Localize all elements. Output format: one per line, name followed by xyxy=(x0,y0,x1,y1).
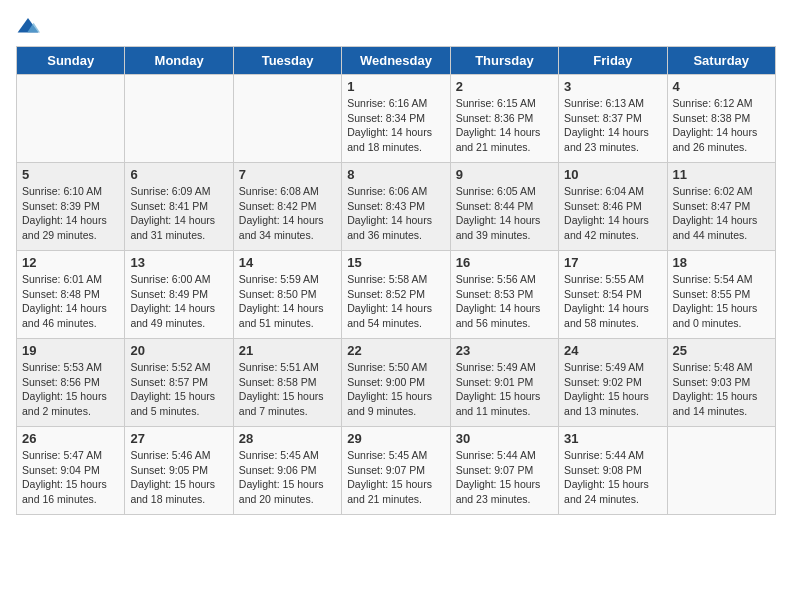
day-detail: Sunrise: 6:10 AM Sunset: 8:39 PM Dayligh… xyxy=(22,184,119,243)
day-detail: Sunrise: 6:06 AM Sunset: 8:43 PM Dayligh… xyxy=(347,184,444,243)
day-number: 23 xyxy=(456,343,553,358)
weekday-header-sunday: Sunday xyxy=(17,47,125,75)
calendar-cell: 10Sunrise: 6:04 AM Sunset: 8:46 PM Dayli… xyxy=(559,163,667,251)
day-number: 11 xyxy=(673,167,770,182)
calendar-cell: 6Sunrise: 6:09 AM Sunset: 8:41 PM Daylig… xyxy=(125,163,233,251)
calendar-cell: 1Sunrise: 6:16 AM Sunset: 8:34 PM Daylig… xyxy=(342,75,450,163)
weekday-header-friday: Friday xyxy=(559,47,667,75)
day-number: 3 xyxy=(564,79,661,94)
calendar-cell: 19Sunrise: 5:53 AM Sunset: 8:56 PM Dayli… xyxy=(17,339,125,427)
day-detail: Sunrise: 5:54 AM Sunset: 8:55 PM Dayligh… xyxy=(673,272,770,331)
day-number: 5 xyxy=(22,167,119,182)
day-detail: Sunrise: 5:48 AM Sunset: 9:03 PM Dayligh… xyxy=(673,360,770,419)
day-number: 12 xyxy=(22,255,119,270)
calendar-table: SundayMondayTuesdayWednesdayThursdayFrid… xyxy=(16,46,776,515)
calendar-cell: 5Sunrise: 6:10 AM Sunset: 8:39 PM Daylig… xyxy=(17,163,125,251)
day-number: 6 xyxy=(130,167,227,182)
weekday-header-wednesday: Wednesday xyxy=(342,47,450,75)
day-number: 27 xyxy=(130,431,227,446)
calendar-cell xyxy=(125,75,233,163)
day-number: 29 xyxy=(347,431,444,446)
day-detail: Sunrise: 5:56 AM Sunset: 8:53 PM Dayligh… xyxy=(456,272,553,331)
calendar-cell: 11Sunrise: 6:02 AM Sunset: 8:47 PM Dayli… xyxy=(667,163,775,251)
day-detail: Sunrise: 5:49 AM Sunset: 9:02 PM Dayligh… xyxy=(564,360,661,419)
calendar-cell: 18Sunrise: 5:54 AM Sunset: 8:55 PM Dayli… xyxy=(667,251,775,339)
day-number: 4 xyxy=(673,79,770,94)
page-header xyxy=(16,16,776,36)
day-detail: Sunrise: 6:09 AM Sunset: 8:41 PM Dayligh… xyxy=(130,184,227,243)
calendar-cell: 14Sunrise: 5:59 AM Sunset: 8:50 PM Dayli… xyxy=(233,251,341,339)
day-detail: Sunrise: 5:45 AM Sunset: 9:06 PM Dayligh… xyxy=(239,448,336,507)
calendar-week-5: 26Sunrise: 5:47 AM Sunset: 9:04 PM Dayli… xyxy=(17,427,776,515)
day-detail: Sunrise: 5:44 AM Sunset: 9:08 PM Dayligh… xyxy=(564,448,661,507)
weekday-header-tuesday: Tuesday xyxy=(233,47,341,75)
day-detail: Sunrise: 6:08 AM Sunset: 8:42 PM Dayligh… xyxy=(239,184,336,243)
day-number: 14 xyxy=(239,255,336,270)
weekday-header-thursday: Thursday xyxy=(450,47,558,75)
weekday-header-monday: Monday xyxy=(125,47,233,75)
day-number: 25 xyxy=(673,343,770,358)
day-detail: Sunrise: 5:46 AM Sunset: 9:05 PM Dayligh… xyxy=(130,448,227,507)
day-detail: Sunrise: 5:53 AM Sunset: 8:56 PM Dayligh… xyxy=(22,360,119,419)
calendar-cell: 12Sunrise: 6:01 AM Sunset: 8:48 PM Dayli… xyxy=(17,251,125,339)
calendar-cell: 20Sunrise: 5:52 AM Sunset: 8:57 PM Dayli… xyxy=(125,339,233,427)
day-detail: Sunrise: 5:45 AM Sunset: 9:07 PM Dayligh… xyxy=(347,448,444,507)
day-detail: Sunrise: 6:05 AM Sunset: 8:44 PM Dayligh… xyxy=(456,184,553,243)
calendar-cell: 13Sunrise: 6:00 AM Sunset: 8:49 PM Dayli… xyxy=(125,251,233,339)
day-detail: Sunrise: 6:04 AM Sunset: 8:46 PM Dayligh… xyxy=(564,184,661,243)
calendar-cell: 4Sunrise: 6:12 AM Sunset: 8:38 PM Daylig… xyxy=(667,75,775,163)
day-detail: Sunrise: 5:49 AM Sunset: 9:01 PM Dayligh… xyxy=(456,360,553,419)
day-number: 1 xyxy=(347,79,444,94)
day-number: 8 xyxy=(347,167,444,182)
day-detail: Sunrise: 6:13 AM Sunset: 8:37 PM Dayligh… xyxy=(564,96,661,155)
calendar-cell: 2Sunrise: 6:15 AM Sunset: 8:36 PM Daylig… xyxy=(450,75,558,163)
day-detail: Sunrise: 5:52 AM Sunset: 8:57 PM Dayligh… xyxy=(130,360,227,419)
calendar-cell: 26Sunrise: 5:47 AM Sunset: 9:04 PM Dayli… xyxy=(17,427,125,515)
calendar-cell: 16Sunrise: 5:56 AM Sunset: 8:53 PM Dayli… xyxy=(450,251,558,339)
day-detail: Sunrise: 6:15 AM Sunset: 8:36 PM Dayligh… xyxy=(456,96,553,155)
logo xyxy=(16,16,44,36)
day-detail: Sunrise: 6:12 AM Sunset: 8:38 PM Dayligh… xyxy=(673,96,770,155)
day-number: 24 xyxy=(564,343,661,358)
logo-icon xyxy=(16,16,40,36)
day-detail: Sunrise: 6:01 AM Sunset: 8:48 PM Dayligh… xyxy=(22,272,119,331)
day-number: 31 xyxy=(564,431,661,446)
day-number: 19 xyxy=(22,343,119,358)
day-detail: Sunrise: 5:47 AM Sunset: 9:04 PM Dayligh… xyxy=(22,448,119,507)
calendar-cell xyxy=(233,75,341,163)
day-detail: Sunrise: 5:58 AM Sunset: 8:52 PM Dayligh… xyxy=(347,272,444,331)
weekday-header-saturday: Saturday xyxy=(667,47,775,75)
calendar-cell: 7Sunrise: 6:08 AM Sunset: 8:42 PM Daylig… xyxy=(233,163,341,251)
calendar-cell: 29Sunrise: 5:45 AM Sunset: 9:07 PM Dayli… xyxy=(342,427,450,515)
calendar-week-2: 5Sunrise: 6:10 AM Sunset: 8:39 PM Daylig… xyxy=(17,163,776,251)
day-number: 22 xyxy=(347,343,444,358)
day-number: 10 xyxy=(564,167,661,182)
weekday-header-row: SundayMondayTuesdayWednesdayThursdayFrid… xyxy=(17,47,776,75)
day-number: 7 xyxy=(239,167,336,182)
calendar-week-3: 12Sunrise: 6:01 AM Sunset: 8:48 PM Dayli… xyxy=(17,251,776,339)
day-number: 18 xyxy=(673,255,770,270)
day-number: 20 xyxy=(130,343,227,358)
calendar-cell: 21Sunrise: 5:51 AM Sunset: 8:58 PM Dayli… xyxy=(233,339,341,427)
calendar-cell xyxy=(667,427,775,515)
calendar-cell: 30Sunrise: 5:44 AM Sunset: 9:07 PM Dayli… xyxy=(450,427,558,515)
calendar-cell: 24Sunrise: 5:49 AM Sunset: 9:02 PM Dayli… xyxy=(559,339,667,427)
day-detail: Sunrise: 5:50 AM Sunset: 9:00 PM Dayligh… xyxy=(347,360,444,419)
day-number: 2 xyxy=(456,79,553,94)
day-detail: Sunrise: 6:00 AM Sunset: 8:49 PM Dayligh… xyxy=(130,272,227,331)
day-detail: Sunrise: 6:16 AM Sunset: 8:34 PM Dayligh… xyxy=(347,96,444,155)
day-number: 21 xyxy=(239,343,336,358)
calendar-cell xyxy=(17,75,125,163)
day-detail: Sunrise: 5:51 AM Sunset: 8:58 PM Dayligh… xyxy=(239,360,336,419)
calendar-cell: 31Sunrise: 5:44 AM Sunset: 9:08 PM Dayli… xyxy=(559,427,667,515)
day-detail: Sunrise: 5:44 AM Sunset: 9:07 PM Dayligh… xyxy=(456,448,553,507)
calendar-cell: 28Sunrise: 5:45 AM Sunset: 9:06 PM Dayli… xyxy=(233,427,341,515)
day-number: 15 xyxy=(347,255,444,270)
calendar-cell: 3Sunrise: 6:13 AM Sunset: 8:37 PM Daylig… xyxy=(559,75,667,163)
day-number: 28 xyxy=(239,431,336,446)
day-number: 26 xyxy=(22,431,119,446)
day-number: 9 xyxy=(456,167,553,182)
calendar-week-1: 1Sunrise: 6:16 AM Sunset: 8:34 PM Daylig… xyxy=(17,75,776,163)
day-detail: Sunrise: 5:55 AM Sunset: 8:54 PM Dayligh… xyxy=(564,272,661,331)
day-number: 30 xyxy=(456,431,553,446)
